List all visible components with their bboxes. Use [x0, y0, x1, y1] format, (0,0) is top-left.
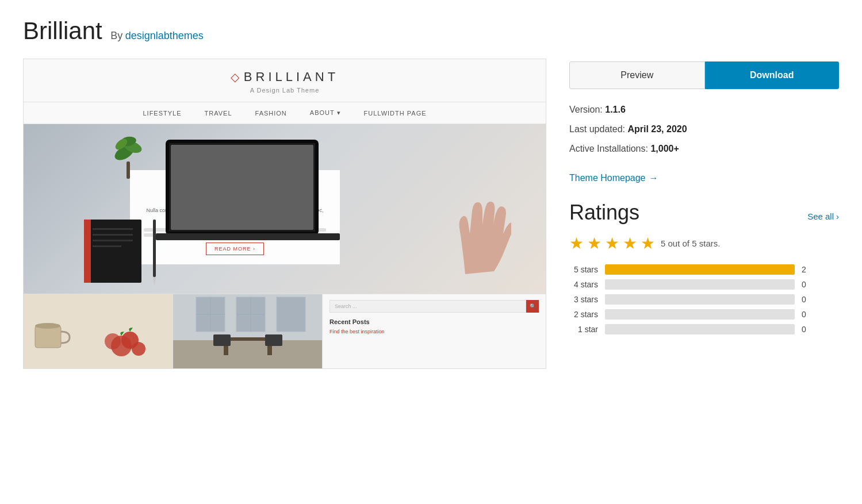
theme-by-label: By	[110, 30, 122, 41]
theme-homepage-label: Theme Homepage	[569, 173, 646, 183]
rating-bar-track-3	[605, 294, 795, 305]
sim-nav-about: ABOUT ▾	[310, 109, 341, 117]
sim-grid-left	[24, 294, 173, 368]
rating-bar-count-4: 0	[802, 310, 813, 319]
theme-homepage-link[interactable]: Theme Homepage →	[569, 173, 658, 183]
version-label: Version:	[569, 105, 603, 114]
meta-section: Version: 1.1.6 Last updated: April 23, 2…	[569, 103, 839, 156]
action-buttons: Preview Download	[569, 61, 839, 89]
sim-logo: ◇ BRILLIANT	[35, 70, 534, 84]
rating-bar-track-5	[605, 324, 795, 334]
theme-preview-container: ◇ BRILLIANT A Design Lab Theme LIFESTYLE…	[23, 59, 546, 369]
rating-bar-count-2: 0	[802, 280, 813, 289]
sim-nav-travel: TRAVEL	[205, 109, 232, 117]
svg-rect-12	[93, 240, 133, 241]
rating-bar-count-1: 2	[802, 265, 813, 274]
theme-homepage-arrow: →	[649, 173, 658, 183]
rating-bar-label-2: 4 stars	[569, 280, 598, 289]
sim-plant-decoration	[113, 133, 144, 181]
last-updated-value: April 23, 2020	[627, 124, 687, 134]
theme-screenshot: ◇ BRILLIANT A Design Lab Theme LIFESTYLE…	[24, 59, 546, 368]
rating-bar-fill-1	[605, 264, 795, 275]
rating-bar-count-3: 0	[802, 295, 813, 304]
main-layout: ◇ BRILLIANT A Design Lab Theme LIFESTYLE…	[23, 59, 839, 369]
rating-bar-row-1: 5 stars2	[569, 264, 839, 275]
svg-rect-0	[127, 161, 130, 179]
sim-nav-fullwidth: FULLWIDTH PAGE	[364, 109, 427, 117]
rating-bar-row-3: 3 stars0	[569, 294, 839, 305]
rating-bar-track-1	[605, 264, 795, 275]
svg-point-18	[35, 323, 60, 329]
sim-hero: December 21, 2016 Find the best inspirat…	[24, 124, 546, 294]
theme-title: Brilliant	[23, 17, 102, 44]
last-updated-row: Last updated: April 23, 2020	[569, 122, 839, 136]
sim-hand-decoration	[442, 188, 511, 276]
author-link[interactable]: designlabthemes	[125, 30, 204, 41]
rating-bars: 5 stars24 stars03 stars02 stars01 star0	[569, 264, 839, 334]
download-button[interactable]: Download	[705, 61, 840, 89]
rating-bar-row-4: 2 stars0	[569, 309, 839, 320]
ratings-title: Ratings	[569, 201, 639, 225]
sim-nav-fashion: FASHION	[255, 109, 287, 117]
see-all-label: See all	[807, 211, 834, 221]
stars-row: ★ ★ ★ ★ ★ 5 out of 5 stars.	[569, 234, 839, 253]
star-4: ★	[623, 234, 637, 253]
sim-tagline: A Design Lab Theme	[35, 87, 534, 94]
svg-rect-36	[213, 334, 231, 346]
rating-bar-track-2	[605, 279, 795, 290]
sim-recent-post-link: Find the best inspiration	[330, 329, 539, 334]
rating-bar-row-2: 4 stars0	[569, 279, 839, 290]
sim-header: ◇ BRILLIANT A Design Lab Theme	[24, 59, 546, 102]
rating-bar-label-5: 1 star	[569, 325, 598, 334]
svg-marker-15	[153, 277, 156, 286]
rating-bar-row-5: 1 star0	[569, 324, 839, 334]
preview-button[interactable]: Preview	[569, 61, 705, 89]
star-5: ★	[641, 234, 655, 253]
rating-bar-label-4: 2 stars	[569, 310, 598, 319]
version-row: Version: 1.1.6	[569, 103, 839, 117]
see-all-link[interactable]: See all ›	[807, 211, 839, 221]
sim-pen-decoration	[150, 220, 159, 291]
sim-logo-text: BRILLIANT	[244, 70, 339, 84]
svg-rect-27	[277, 297, 305, 332]
sim-nav: LIFESTYLE TRAVEL FASHION ABOUT ▾ FULLWID…	[24, 102, 546, 124]
sim-grid-mid	[173, 294, 323, 368]
sim-grid-right: Search ... 🔍 Recent Posts Find the best …	[323, 294, 546, 368]
sim-search-button: 🔍	[526, 300, 539, 313]
rating-bar-track-4	[605, 309, 795, 320]
svg-point-22	[132, 342, 145, 356]
sim-recent-posts-title: Recent Posts	[330, 318, 539, 325]
ratings-header: Ratings See all ›	[569, 201, 839, 225]
rating-bar-count-5: 0	[802, 325, 813, 334]
svg-rect-10	[93, 228, 133, 230]
svg-rect-9	[84, 220, 91, 283]
last-updated-label: Last updated:	[569, 124, 625, 134]
svg-rect-17	[35, 326, 61, 348]
star-2: ★	[587, 234, 602, 253]
sim-diamond-icon: ◇	[231, 70, 239, 84]
svg-rect-13	[93, 245, 121, 247]
sim-search-placeholder: Search ...	[330, 300, 526, 313]
sidebar: Preview Download Version: 1.1.6 Last upd…	[569, 59, 839, 334]
svg-rect-14	[153, 220, 156, 277]
svg-rect-37	[265, 334, 282, 346]
stars-label: 5 out of 5 stars.	[661, 238, 720, 248]
sim-laptop-decoration	[156, 136, 340, 253]
page-header: Brilliant By designlabthemes	[23, 17, 839, 45]
rating-bar-label-1: 5 stars	[569, 265, 598, 274]
version-value: 1.1.6	[605, 105, 626, 114]
star-1: ★	[569, 234, 584, 253]
svg-rect-6	[171, 145, 313, 230]
svg-rect-7	[156, 233, 340, 240]
sim-search-bar: Search ... 🔍	[330, 300, 539, 313]
see-all-arrow: ›	[836, 211, 839, 221]
sim-notebook-decoration	[81, 217, 150, 288]
svg-rect-11	[93, 234, 133, 236]
star-3: ★	[605, 234, 619, 253]
svg-rect-32	[173, 340, 323, 368]
rating-bar-label-3: 3 stars	[569, 295, 598, 304]
active-installs-row: Active Installations: 1,000+	[569, 142, 839, 156]
active-installs-label: Active Installations:	[569, 144, 648, 153]
active-installs-value: 1,000+	[650, 144, 679, 153]
svg-point-21	[105, 333, 121, 349]
